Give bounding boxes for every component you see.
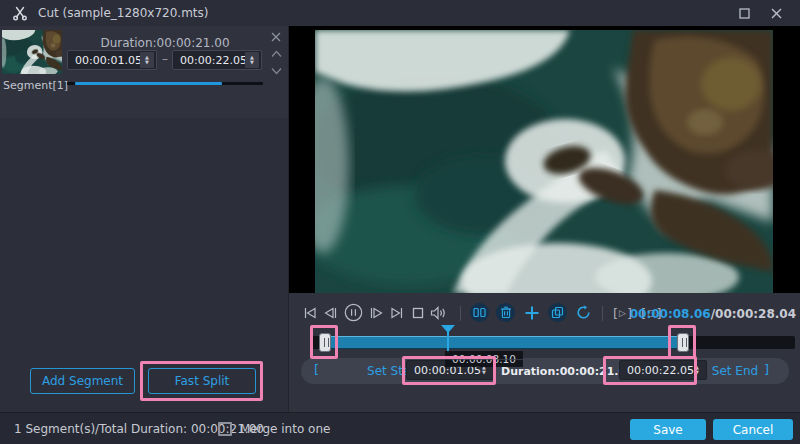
segment-end-time-input[interactable]: 00:00:22.05 ▲ ▼ [172,50,262,70]
close-bracket-glyph: ] [764,362,769,377]
cancel-button[interactable]: Cancel [713,419,793,440]
segment-end-time-value: 00:00:22.05 [180,54,247,67]
add-button[interactable] [522,303,541,322]
spinner-down-icon[interactable]: ▼ [145,60,149,65]
video-frame [315,30,773,293]
current-time: 00:00:08.06 [630,307,711,321]
divider [602,306,603,321]
trim-start-handle[interactable] [319,333,331,352]
trim-end-time-value: 00:00:22.05 [627,364,694,377]
previous-frame-button[interactable] [323,306,338,320]
skip-to-end-button[interactable] [390,306,404,320]
next-frame-button[interactable] [369,306,384,320]
time-display: 00:00:08.06/00:00:28.04 [630,307,796,321]
bracket-open-glyph: [ [613,307,618,320]
window-title: Cut (sample_1280x720.mts) [38,6,209,20]
open-bracket-glyph: [ [314,362,319,377]
total-time: 00:00:28.04 [715,307,796,321]
move-segment-up-icon[interactable] [268,47,284,61]
trim-end-time-input[interactable]: 00:00:22.05 ▲ ▼ [619,360,707,380]
maximize-button[interactable] [736,6,752,20]
divider [460,306,461,321]
segment-item: Segment[1] Duration:00:00:21.00 00:00:01… [0,26,288,118]
preview-panel: [ ▷ ] [ □ ] 00:00:08.06/00:00:28.04 00:0… [288,26,800,412]
trim-bar: [ Set Start 00:00:01.05 ▲ ▼ Duration:00:… [301,358,789,384]
set-end-button[interactable]: Set End [706,364,764,378]
footer-bar: 1 Segment(s)/Total Duration: 00:00:21.00… [0,412,800,444]
volume-icon[interactable] [430,306,447,320]
close-icon[interactable] [768,6,784,20]
split-segment-button[interactable] [470,303,489,322]
add-segment-button[interactable]: Add Segment [30,368,135,394]
copy-button[interactable] [548,303,567,322]
segment-start-time-input[interactable]: 00:00:01.05 ▲ ▼ [67,50,157,70]
video-preview [289,26,800,293]
delete-segment-icon[interactable] [268,30,284,44]
play-outline-icon: ▷ [619,309,626,318]
stop-button[interactable] [412,307,424,319]
segment-list-panel: Segment[1] Duration:00:00:21.00 00:00:01… [0,26,288,412]
skip-to-start-button[interactable] [303,306,317,320]
segment-thumbnail[interactable] [2,30,62,74]
timeline-selection[interactable] [325,336,683,349]
scissors-icon [12,5,28,21]
segment-duration-label: Duration:00:00:21.00 [66,36,264,50]
spinner-down-icon[interactable]: ▼ [482,370,486,375]
segment-end-spinner: ▲ ▼ [245,52,259,68]
titlebar: Cut (sample_1280x720.mts) [0,0,800,26]
range-dash: – [158,52,172,66]
delete-button[interactable] [496,303,515,322]
segment-range-fill [75,82,222,85]
segment-range-bar [67,82,263,85]
merge-into-one-label[interactable]: Merge into one [240,413,330,444]
playhead-tooltip: 00:00:08.10 [445,351,523,367]
save-button[interactable]: Save [630,419,706,440]
spinner-down-icon[interactable]: ▼ [695,370,699,375]
trim-end-handle[interactable] [677,333,689,352]
segment-name-label: Segment[1] [3,79,68,92]
spinner-down-icon[interactable]: ▼ [250,60,254,65]
segment-start-time-value: 00:00:01.05 [75,54,142,67]
segment-start-spinner: ▲ ▼ [140,52,154,68]
merge-into-one-checkbox[interactable] [218,422,232,436]
fast-split-button[interactable]: Fast Split [148,368,256,394]
trim-end-spinner: ▲ ▼ [690,362,704,378]
reset-button[interactable] [574,303,593,322]
playhead-line[interactable] [447,332,449,353]
move-segment-down-icon[interactable] [268,64,284,78]
pause-button[interactable] [344,303,363,322]
cut-dialog: Cut (sample_1280x720.mts) Segment[1] Dur… [0,0,800,444]
